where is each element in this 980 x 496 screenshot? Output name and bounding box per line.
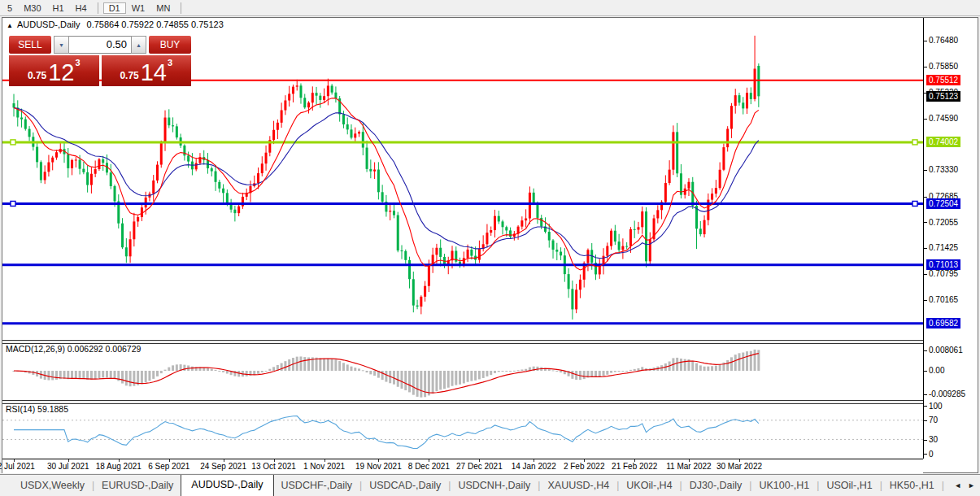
symbol-tab-xauusd-h4[interactable]: XAUUSD-,H4 (540, 477, 616, 494)
date-label: 30 Mar 2022 (716, 462, 762, 471)
timeframe-h1[interactable]: H1 (47, 2, 70, 14)
date-label: 1 Nov 2021 (303, 462, 345, 471)
timeframe-h4[interactable]: H4 (70, 2, 93, 14)
date-label: 11 Mar 2022 (666, 462, 711, 471)
collapse-triangle-icon[interactable]: ▲ (7, 22, 13, 29)
chart-title: ▲AUDUSD-,Daily0.75864 0.75922 0.74855 0.… (7, 20, 224, 29)
date-label: 14 Jan 2022 (512, 462, 556, 471)
level-handle[interactable] (11, 140, 15, 145)
sell-button[interactable]: SELL (9, 36, 51, 54)
macd-histogram (13, 350, 760, 398)
buy-button[interactable]: BUY (149, 36, 191, 54)
tab-scroll-buttons: ◄ ► (946, 475, 980, 496)
timeframe-mn[interactable]: MN (150, 2, 176, 14)
date-label: 30 Jul 2021 (47, 462, 89, 471)
timeframe-5[interactable]: 5 (2, 2, 18, 14)
volume-stepper: ▼ 0.50 ▲ (54, 36, 146, 54)
sell-price-sup: 3 (76, 58, 81, 67)
symbol-tab-audusd-daily[interactable]: AUDUSD-,Daily (181, 474, 273, 496)
level-price-chip: 0.75512 (926, 75, 960, 85)
arrow-down-icon: ▼ (59, 42, 64, 48)
date-axis: 12 Jul 202130 Jul 202118 Aug 20216 Sep 2… (2, 459, 923, 473)
tab-scroll-left-icon[interactable]: ◄ (954, 481, 961, 489)
toolbar-separator (98, 2, 98, 14)
timeframe-toolbar: 5M30H1H4D1W1MN (0, 0, 980, 16)
trading-platform-screen: 5M30H1H4D1W1MN ▲AUDUSD-,Daily0.75864 0.7… (0, 0, 980, 496)
rsi-line (14, 416, 759, 449)
chart-symbol-label: AUDUSD-,Daily (17, 20, 81, 29)
symbol-tab-bar: USDX,Weekly|EURUSD-,DailyAUDUSD-,DailyUS… (0, 474, 980, 496)
volume-decrease-button[interactable]: ▼ (54, 36, 69, 54)
symbol-tab-eurusd-daily[interactable]: EURUSD-,Daily (94, 477, 181, 494)
toolbar-separator (181, 2, 181, 14)
level-handle[interactable] (11, 201, 15, 206)
symbol-tab-usdcnh-daily[interactable]: USDCNH-,Daily (451, 477, 538, 494)
date-label: 27 Dec 2021 (456, 462, 503, 471)
date-label: 21 Feb 2022 (612, 462, 657, 471)
horizontal-level-lines (2, 80, 923, 324)
rsi-tick-label: 0 (924, 449, 934, 459)
timeframe-d1[interactable]: D1 (103, 2, 126, 14)
rsi-tick-label: 30 (924, 434, 938, 445)
buy-price-sup: 3 (168, 58, 172, 67)
sell-price-display[interactable]: 0.75 12 3 (9, 55, 99, 86)
rsi-tick-label: 100 (924, 401, 943, 411)
chart-window: ▲AUDUSD-,Daily0.75864 0.75922 0.74855 0.… (2, 17, 978, 473)
symbol-tab-hk50-h1[interactable]: HK50-,H1 (882, 477, 942, 494)
timeframe-w1[interactable]: W1 (126, 2, 151, 14)
symbol-tab-dj30-daily[interactable]: DJ30-,Daily (682, 477, 750, 494)
current-price-chip: 0.75123 (926, 91, 960, 102)
date-label: 24 Sep 2021 (200, 462, 246, 471)
date-label: 19 Nov 2021 (355, 462, 402, 471)
level-handle[interactable] (912, 201, 917, 206)
price-tick-label: 0.72055 (924, 217, 958, 228)
arrow-up-icon: ▲ (136, 42, 142, 48)
date-label: 13 Oct 2021 (251, 462, 295, 471)
timeframe-m30[interactable]: M30 (18, 2, 46, 14)
level-price-chip: 0.74002 (926, 137, 960, 147)
symbol-tab-uk100-h1[interactable]: UK100-,H1 (751, 477, 817, 494)
price-axis: 0.764800.758500.752200.745900.733300.726… (924, 18, 978, 472)
symbol-tab-ukoil-h4[interactable]: UKOil-,H4 (619, 477, 679, 494)
macd-indicator-label: MACD(12,26,9) 0.006292 0.006729 (6, 344, 141, 354)
buy-price-big: 14 (141, 62, 167, 84)
date-label: 8 Dec 2021 (408, 462, 450, 471)
level-price-chip: 0.72504 (926, 198, 960, 209)
rsi-indicator-label: RSI(14) 59.1885 (6, 404, 68, 414)
symbol-tab-usdx-weekly[interactable]: USDX,Weekly (13, 477, 92, 494)
macd-tick-label: -0.009285 (924, 389, 965, 399)
price-tick-label: 0.74590 (924, 113, 958, 124)
price-tick-label: 0.71425 (924, 242, 958, 253)
one-click-trade-panel: SELL ▼ 0.50 ▲ BUY 0.75 12 3 0.75 14 3 (9, 36, 191, 86)
buy-price-prefix: 0.75 (120, 68, 138, 84)
volume-increase-button[interactable]: ▲ (131, 36, 146, 54)
sell-price-big: 12 (48, 62, 74, 84)
date-label: 2 Feb 2022 (564, 462, 605, 471)
buy-price-display[interactable]: 0.75 14 3 (102, 55, 192, 86)
price-tick-label: 0.76480 (924, 35, 958, 46)
macd-tick-label: 0.008061 (924, 345, 963, 355)
price-tick-label: 0.70165 (924, 294, 958, 305)
sell-price-prefix: 0.75 (28, 68, 46, 84)
symbol-tab-usdchf-daily[interactable]: USDCHF-,Daily (274, 477, 360, 494)
date-label: 18 Aug 2021 (96, 462, 142, 471)
price-tick-label: 0.75850 (924, 61, 958, 72)
rsi-panel[interactable] (2, 402, 923, 459)
price-tick-label: 0.73330 (924, 164, 958, 175)
symbol-tab-usdcad-daily[interactable]: USDCAD-,Daily (362, 477, 448, 494)
rsi-tick-label: 70 (924, 415, 938, 425)
date-label: 12 Jul 2021 (0, 462, 35, 471)
chart-ohlc-values: 0.75864 0.75922 0.74855 0.75123 (87, 20, 224, 29)
level-handle[interactable] (912, 140, 917, 145)
tab-scroll-right-icon[interactable]: ► (968, 481, 975, 489)
date-label: 6 Sep 2021 (148, 462, 189, 471)
macd-tick-label: 0.00 (924, 365, 944, 376)
level-price-chip: 0.71013 (926, 259, 960, 270)
volume-input[interactable]: 0.50 (69, 36, 131, 54)
symbol-tab-usoil-h1[interactable]: USOil-,H1 (819, 477, 879, 494)
level-price-chip: 0.69582 (926, 318, 960, 328)
